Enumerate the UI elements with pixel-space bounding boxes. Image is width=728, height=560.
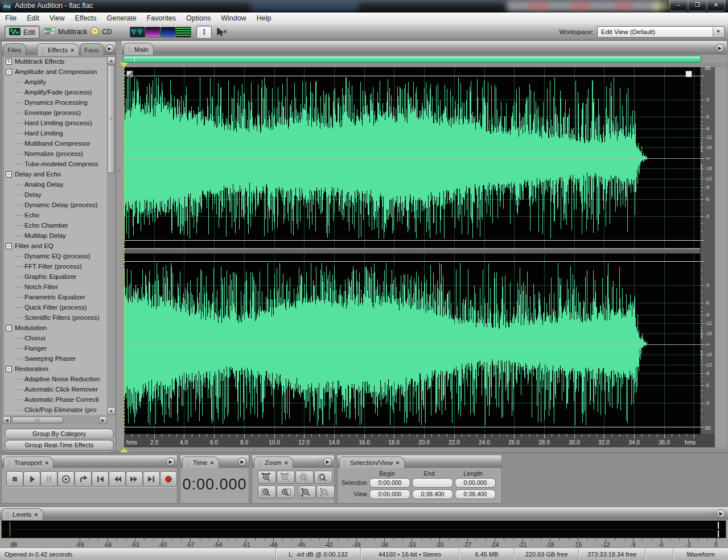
tree-item-automatic-click-remover[interactable]: Automatic Click Remover — [3, 384, 107, 394]
waveform-canvas[interactable] — [124, 67, 700, 434]
time-selection-tool-icon[interactable]: I — [196, 26, 212, 39]
panel-menu-button[interactable]: ▶ — [317, 458, 332, 466]
stop-button[interactable] — [6, 471, 23, 487]
maximize-button[interactable]: ❐ — [688, 0, 706, 11]
tree-item-echo-chamber[interactable]: Echo Chamber — [3, 220, 107, 230]
waveform-overview-bar[interactable] — [123, 56, 701, 63]
tree-category-filter-and-eq[interactable]: −Filter and EQ — [3, 241, 107, 251]
status-file-size[interactable]: 6.45 MB — [459, 548, 514, 560]
tab-time[interactable]: Time × — [182, 456, 219, 468]
panel-menu-button[interactable]: ▶ — [710, 509, 725, 518]
scrollbar-thumb[interactable]: ≡ — [108, 65, 115, 173]
selection-handle-left[interactable] — [126, 71, 133, 77]
menu-item-options[interactable]: Options — [181, 13, 216, 24]
status-disk-free[interactable]: 220.93 GB free — [514, 548, 578, 560]
scroll-down-icon[interactable]: ▼ — [107, 407, 116, 415]
tree-item-sweeping-phaser[interactable]: Sweeping Phaser — [3, 353, 107, 364]
waveform-view-icon[interactable] — [130, 27, 145, 38]
close-icon[interactable]: × — [210, 460, 213, 466]
status-display-mode[interactable]: Waveform — [673, 548, 728, 560]
zoom-in-horizontal-button[interactable] — [258, 471, 276, 484]
menu-item-help[interactable]: Help — [252, 13, 277, 24]
record-button[interactable] — [160, 471, 177, 487]
view-length-field[interactable]: 0:38.400 — [455, 489, 496, 499]
tab-transport[interactable]: Transport × — [3, 456, 54, 468]
tab-selection-view[interactable]: Selection/View × — [339, 456, 405, 468]
play-spooled-button[interactable] — [57, 471, 75, 487]
selection-end-field[interactable] — [412, 478, 453, 488]
tree-item-multitap-delay[interactable]: Multitap Delay — [3, 230, 107, 241]
tree-item-amplify-fade-process[interactable]: Amplify/Fade (process) — [3, 87, 107, 97]
tree-item-delay[interactable]: Delay — [3, 190, 107, 200]
timeline-ruler[interactable]: 2.04.06.08.010.012.014.016.018.020.022.0… — [124, 434, 700, 447]
tree-item-amplify[interactable]: Amplify — [3, 77, 107, 87]
scroll-left-icon[interactable]: ◀ — [3, 416, 11, 424]
tree-item-tube-modeled-compress[interactable]: Tube-modeled Compress — [3, 159, 107, 169]
menu-item-favorites[interactable]: Favorites — [142, 13, 181, 24]
go-to-begin-button[interactable] — [92, 471, 109, 487]
zoom-in-left-button[interactable] — [258, 485, 276, 499]
status-sample-format[interactable]: 44100 • 16-bit • Stereo — [360, 548, 459, 560]
tree-item-click-pop-eliminator-pro[interactable]: Click/Pop Eliminator (pro — [3, 405, 107, 415]
zoom-in-right-button[interactable] — [277, 485, 295, 499]
tree-item-normalize-process[interactable]: Normalize (process) — [3, 149, 107, 159]
tree-item-scientific-filters-process[interactable]: Scientific Filters (process) — [3, 312, 107, 323]
level-meter[interactable] — [1, 520, 726, 538]
close-icon[interactable]: × — [34, 512, 38, 517]
minimize-button[interactable]: – — [669, 0, 688, 11]
status-cursor-level[interactable]: L: -inf dB @ 0:00.132 — [275, 548, 360, 560]
panel-menu-button[interactable]: ▶ — [99, 44, 114, 53]
tree-category-amplitude-and-compression[interactable]: −Amplitude and Compression — [3, 67, 107, 77]
menu-item-window[interactable]: Window — [216, 13, 251, 24]
multitrack-view-button[interactable]: Multitrack — [40, 26, 91, 38]
title-bar[interactable]: Au Adobe Audition - flac.flac – ❐ ✕ — [0, 0, 728, 13]
panel-splitter[interactable]: ≡ — [116, 41, 122, 451]
tab-levels[interactable]: Levels × — [2, 508, 43, 520]
tree-category-restoration[interactable]: −Restoration — [3, 364, 107, 374]
tree-item-chorus[interactable]: Chorus — [3, 333, 107, 343]
scroll-up-icon[interactable]: ▲ — [107, 56, 116, 64]
workspace-dropdown[interactable]: Edit View (Default) ▼ — [597, 26, 725, 38]
close-icon[interactable]: × — [71, 47, 74, 53]
tab-effects[interactable]: Effects × — [37, 43, 79, 56]
collapse-icon[interactable]: − — [6, 325, 12, 331]
tab-zoom[interactable]: Zoom × — [254, 456, 293, 468]
scrollbar-thumb[interactable]: ||| — [12, 417, 63, 423]
tree-item-adaptive-noise-reduction[interactable]: Adaptive Noise Reduction — [3, 374, 107, 384]
play-button[interactable] — [23, 471, 40, 487]
zoom-out-horizontal-button[interactable] — [277, 471, 295, 484]
loop-button[interactable] — [75, 471, 92, 487]
menu-item-effects[interactable]: Effects — [70, 13, 102, 24]
go-to-end-button[interactable] — [143, 471, 160, 487]
view-end-field[interactable]: 0:38.400 — [412, 489, 453, 499]
tab-main[interactable]: Main — [124, 43, 154, 55]
status-time-free[interactable]: 373:33:18.34 free — [578, 548, 645, 560]
tree-item-graphic-equalizer[interactable]: Graphic Equalizer — [3, 271, 107, 282]
chevron-down-icon[interactable]: ▼ — [713, 27, 723, 36]
menu-item-edit[interactable]: Edit — [22, 13, 44, 24]
tree-vertical-scrollbar[interactable]: ▲ ▼ ≡ — [107, 56, 116, 415]
tree-item-flanger[interactable]: Flanger — [3, 343, 107, 353]
collapse-icon[interactable]: − — [6, 366, 12, 372]
tree-item-parametric-equalizer[interactable]: Parametric Equalizer — [3, 292, 107, 302]
close-button[interactable]: ✕ — [707, 0, 725, 11]
playhead-marker-bottom[interactable] — [120, 448, 128, 452]
tree-item-fft-filter-process[interactable]: FFT Filter (process) — [3, 261, 107, 271]
tree-category-multitrack-effects[interactable]: +Multitrack Effects — [3, 56, 107, 67]
tree-item-hard-limiting[interactable]: Hard Limiting — [3, 128, 107, 138]
spectral-phase-icon[interactable] — [176, 27, 191, 38]
zoom-in-vertical-button[interactable] — [298, 485, 316, 499]
selection-begin-field[interactable]: 0:00.000 — [369, 478, 410, 488]
panel-menu-button[interactable]: ▶ — [238, 458, 246, 466]
group-by-category-button[interactable]: Group By Category — [5, 429, 114, 439]
view-begin-field[interactable]: 0:00.000 — [369, 489, 410, 499]
selection-length-field[interactable]: 0:00.000 — [455, 478, 496, 488]
close-icon[interactable]: × — [396, 460, 399, 466]
playhead-marker-top[interactable] — [120, 63, 128, 67]
tree-item-envelope-process[interactable]: Envelope (process) — [3, 108, 107, 118]
zoom-to-selection-button[interactable] — [314, 471, 332, 484]
menu-item-file[interactable]: File — [0, 13, 22, 24]
tree-item-notch-filter[interactable]: Notch Filter — [3, 282, 107, 292]
panel-menu-button[interactable]: ▶ — [709, 44, 724, 52]
tree-item-dynamic-eq-process[interactable]: Dynamic EQ (process) — [3, 251, 107, 261]
